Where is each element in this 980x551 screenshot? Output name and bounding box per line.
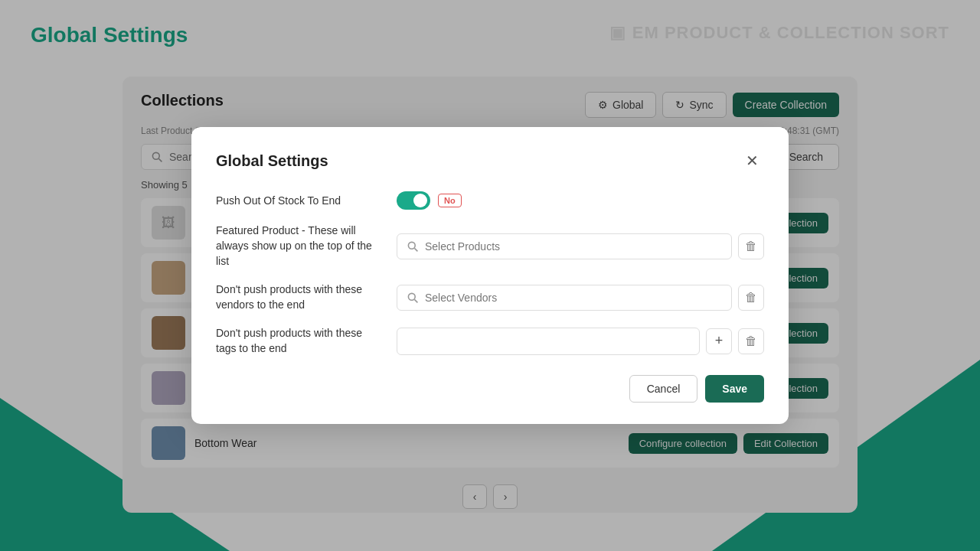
vendors-control: 🗑: [397, 285, 764, 311]
modal-row-vendors: Don't push products with these vendors t…: [216, 282, 764, 312]
stock-label: Push Out Of Stock To End: [216, 194, 384, 209]
tags-control: + 🗑: [397, 328, 764, 355]
no-badge: No: [438, 194, 462, 207]
select-products-input[interactable]: [425, 240, 722, 253]
modal-row-featured: Featured Product - These will always sho…: [216, 223, 764, 269]
modal-row-stock: Push Out Of Stock To End No: [216, 191, 764, 210]
trash-icon: 🗑: [745, 291, 757, 305]
svg-line-5: [414, 299, 417, 302]
tags-label: Don't push products with these tags to t…: [216, 326, 384, 356]
vendors-label: Don't push products with these vendors t…: [216, 282, 384, 312]
modal-header: Global Settings ✕: [216, 148, 764, 173]
trash-icon: 🗑: [745, 334, 757, 348]
select-vendors-input[interactable]: [425, 292, 722, 304]
stock-control: No: [397, 191, 764, 210]
modal-close-button[interactable]: ✕: [740, 148, 764, 173]
trash-icon: 🗑: [745, 240, 757, 253]
stock-toggle[interactable]: [397, 191, 430, 210]
cancel-button[interactable]: Cancel: [629, 375, 698, 403]
svg-line-3: [414, 248, 417, 251]
search-icon: [407, 292, 419, 304]
svg-point-4: [408, 293, 415, 300]
modal-footer: Cancel Save: [216, 375, 764, 403]
global-settings-modal: Global Settings ✕ Push Out Of Stock To E…: [191, 127, 789, 423]
tags-trash-button[interactable]: 🗑: [738, 328, 764, 354]
featured-label: Featured Product - These will always sho…: [216, 223, 384, 269]
save-button[interactable]: Save: [705, 375, 764, 403]
close-icon: ✕: [746, 152, 759, 170]
modal-overlay: Global Settings ✕ Push Out Of Stock To E…: [0, 0, 980, 551]
plus-icon: +: [715, 333, 724, 349]
tags-input[interactable]: [397, 328, 700, 355]
featured-control: 🗑: [397, 233, 764, 259]
featured-trash-button[interactable]: 🗑: [738, 233, 764, 259]
select-products-wrap[interactable]: [397, 233, 732, 259]
modal-row-tags: Don't push products with these tags to t…: [216, 326, 764, 356]
tags-add-button[interactable]: +: [706, 328, 732, 354]
search-icon: [407, 240, 419, 253]
svg-point-2: [408, 242, 415, 249]
vendors-trash-button[interactable]: 🗑: [738, 285, 764, 311]
select-vendors-wrap[interactable]: [397, 285, 732, 311]
modal-title: Global Settings: [216, 152, 328, 170]
